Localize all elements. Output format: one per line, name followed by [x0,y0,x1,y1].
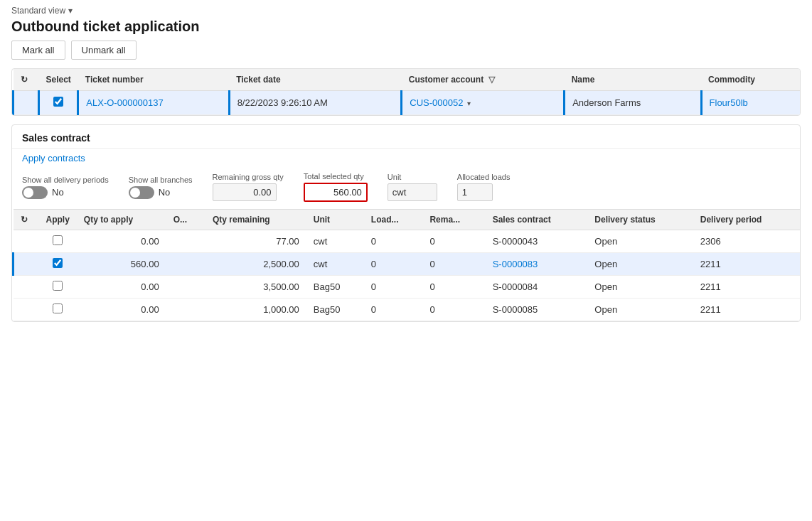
table-row[interactable]: 0.00 1,000.00 Bag50 0 0 S-0000085 Open 2… [14,299,801,321]
row-apply-checkbox-cell[interactable] [39,230,77,253]
unit-input[interactable] [388,183,437,201]
th-qty-remaining: Qty remaining [205,210,306,230]
delivery-period-cell: 2211 [693,299,800,321]
contracts-table: ↻ Apply Qty to apply O... Qty remaining … [12,209,800,321]
allocated-loads-label: Allocated loads [457,173,511,181]
unit-group: Unit [388,173,437,201]
rema-cell: 0 [422,230,485,253]
standard-view-label: Standard view [11,6,65,16]
sales-contract-title: Sales contract [12,125,800,149]
show-all-branches-value: No [159,187,171,198]
delivery-period-cell: 2211 [693,276,800,299]
sales-contract-cell: S-0000084 [486,276,588,299]
row-indent-cell [14,299,39,321]
th-o: O... [166,210,205,230]
table-row[interactable]: 0.00 3,500.00 Bag50 0 0 S-0000084 Open 2… [14,276,801,299]
chevron-down-icon: ▾ [68,6,73,16]
customer-account-link[interactable]: CUS-000052 [410,97,463,108]
apply-checkbox[interactable] [53,281,63,291]
ticket-number-link[interactable]: ALX-O-000000137 [86,97,163,108]
show-all-branches-toggle[interactable] [129,186,154,199]
delivery-period-cell: 2211 [693,253,800,276]
th-rema: Rema... [422,210,485,230]
chevron-down-icon: ▾ [467,100,471,107]
unmark-all-button[interactable]: Unmark all [71,41,137,60]
th-commodity: Commodity [701,69,800,91]
customer-account-cell: CUS-000052 ▾ [402,91,565,115]
contracts-table-header: ↻ Apply Qty to apply O... Qty remaining … [14,210,801,230]
table-row[interactable]: 0.00 77.00 cwt 0 0 S-0000043 Open 2306 [14,230,801,253]
qty-to-apply-cell: 0.00 [77,230,166,253]
show-all-delivery-label: Show all delivery periods [22,176,109,184]
tickets-table-section: ↻ Select Ticket number Ticket date Custo… [11,68,801,116]
row-refresh-cell [14,91,39,115]
table-row[interactable]: ALX-O-000000137 8/22/2023 9:26:10 AM CUS… [14,91,801,115]
apply-checkbox[interactable] [53,304,63,313]
sales-contract-cell: S-0000043 [486,230,588,253]
th-lower-refresh[interactable]: ↻ [14,210,39,230]
unit-cell: cwt [306,230,364,253]
load-cell: 0 [364,230,423,253]
th-name: Name [565,69,701,91]
sales-contract-link-cell[interactable]: S-0000083 [486,253,588,276]
show-all-delivery-value: No [52,187,64,198]
delivery-status-cell: Open [587,230,693,253]
delivery-status-cell: Open [587,253,693,276]
tickets-table-body: ALX-O-000000137 8/22/2023 9:26:10 AM CUS… [14,91,801,115]
row-indent-cell [14,276,39,299]
row-checkbox[interactable] [53,97,63,107]
th-ticket-date: Ticket date [229,69,402,91]
row-apply-checkbox-cell[interactable] [39,299,77,321]
allocated-loads-group: Allocated loads [457,173,511,201]
qty-to-apply-cell: 0.00 [77,299,166,321]
qty-remaining-cell: 2,500.00 [205,253,306,276]
th-qty-to-apply: Qty to apply [77,210,166,230]
apply-checkbox[interactable] [53,258,63,268]
sales-contract-link[interactable]: S-0000083 [493,259,538,269]
th-delivery-period: Delivery period [693,210,800,230]
row-indent-cell [14,230,39,253]
th-refresh[interactable]: ↻ [14,69,39,91]
th-load: Load... [364,210,423,230]
load-cell: 0 [364,299,423,321]
commodity-cell[interactable]: Flour50lb [701,91,800,115]
qty-remaining-cell: 77.00 [205,230,306,253]
remaining-gross-qty-input[interactable] [213,183,277,201]
rema-cell: 0 [422,299,485,321]
show-all-delivery-toggle[interactable] [22,186,48,199]
standard-view-dropdown[interactable]: Standard view ▾ [11,6,801,16]
row-apply-checkbox-cell[interactable] [39,253,77,276]
load-cell: 0 [364,276,423,299]
th-sales-contract: Sales contract [486,210,588,230]
row-checkbox-cell[interactable] [39,91,78,115]
qty-remaining-cell: 1,000.00 [205,299,306,321]
refresh-icon: ↻ [21,75,28,85]
ticket-date-cell: 8/22/2023 9:26:10 AM [229,91,402,115]
show-all-branches-toggle-row: No [129,186,193,199]
mark-all-button[interactable]: Mark all [11,41,65,60]
delivery-period-cell: 2306 [693,230,800,253]
name-cell: Anderson Farms [565,91,701,115]
total-selected-qty-group: Total selected qty [304,172,368,202]
row-indent-cell [14,253,39,276]
unit-label: Unit [388,173,437,181]
apply-contracts-link[interactable]: Apply contracts [12,149,800,168]
commodity-link[interactable]: Flour50lb [710,97,748,108]
table-row[interactable]: 560.00 2,500.00 cwt 0 0 S-0000083 Open 2… [14,253,801,276]
rema-cell: 0 [422,253,485,276]
show-all-delivery-toggle-row: No [22,186,109,199]
total-selected-qty-input[interactable] [304,183,368,202]
o-cell [166,299,205,321]
sales-contract-cell: S-0000085 [486,299,588,321]
th-delivery-status: Delivery status [587,210,693,230]
qty-remaining-cell: 3,500.00 [205,276,306,299]
qty-to-apply-cell: 0.00 [77,276,166,299]
apply-checkbox[interactable] [53,235,63,245]
th-customer-account: Customer account ▽ [402,69,565,91]
filter-icon[interactable]: ▽ [488,75,495,85]
th-unit: Unit [306,210,364,230]
allocated-loads-input[interactable] [457,183,493,201]
row-apply-checkbox-cell[interactable] [39,276,77,299]
tickets-table: ↻ Select Ticket number Ticket date Custo… [12,69,800,115]
ticket-number-cell[interactable]: ALX-O-000000137 [78,91,229,115]
